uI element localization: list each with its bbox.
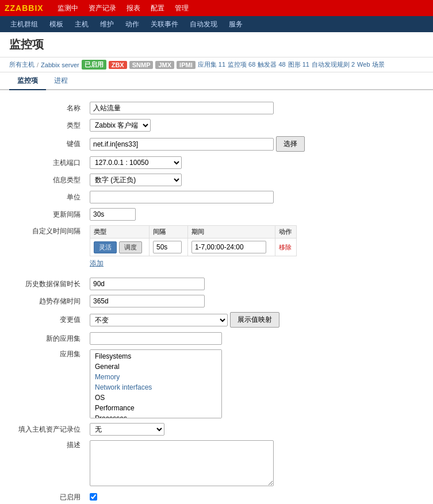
key-row: 选择 [90, 136, 418, 152]
info-type-select[interactable]: 数字 (无正负) [90, 174, 182, 186]
row-new-app: 新的应用集 [12, 330, 421, 347]
row-history: 历史数据保留时长 [12, 275, 421, 293]
tab-bar: 监控项 进程 [0, 72, 433, 90]
nav-admin[interactable]: 管理 [170, 2, 193, 14]
row-info-type: 信息类型 数字 (无正负) [12, 171, 421, 188]
nav-auto-discover[interactable]: 自动发现 [184, 17, 223, 32]
row-enabled: 已启用 [12, 490, 421, 504]
breadcrumb-server[interactable]: Zabbix server [41, 61, 79, 68]
tab-monitor-item[interactable]: 监控项 [9, 72, 46, 90]
custom-interval-value-cell: 类型 间隔 期间 动作 灵活 调度 [86, 223, 421, 271]
unit-input[interactable] [90, 191, 274, 203]
col-period: 期间 [187, 226, 275, 238]
btn-scheduled[interactable]: 调度 [119, 241, 142, 253]
key-input[interactable] [90, 138, 274, 151]
history-input[interactable] [90, 278, 205, 290]
custom-interval-label: 自定义时间间隔 [12, 223, 86, 271]
top-nav: ZZABBIX 监测中 资产记录 报表 配置 管理 [0, 0, 433, 16]
nav-template[interactable]: 模板 [44, 17, 69, 32]
status-badge-enabled: 已启用 [82, 60, 106, 70]
breadcrumb-all-hosts[interactable]: 所有主机 [9, 60, 35, 69]
breadcrumb-web-scene[interactable]: Web 场景 [357, 60, 384, 69]
update-interval-input[interactable] [90, 208, 136, 221]
nav-config[interactable]: 配置 [146, 2, 169, 14]
row-type: 类型 Zabbix 客户端 [12, 117, 421, 134]
breadcrumb-monitor[interactable]: 监控项 68 [228, 60, 255, 69]
desc-value-cell [86, 438, 421, 490]
update-interval-value-cell [86, 206, 421, 223]
nav-service[interactable]: 服务 [223, 17, 248, 32]
name-input[interactable] [90, 102, 274, 114]
row-custom-interval: 自定义时间间隔 类型 间隔 期间 动作 [12, 223, 421, 271]
breadcrumb-auto-discover[interactable]: 自动发现规则 2 [312, 60, 355, 69]
name-value-cell [86, 99, 421, 117]
btn-flexible[interactable]: 灵活 [94, 241, 117, 253]
row-change: 变更值 不变 展示值映射 [12, 310, 421, 330]
add-interval-row: 添加 [90, 259, 297, 268]
interval-header-row: 类型 间隔 期间 动作 [90, 226, 297, 238]
app-label: 应用集 [12, 347, 86, 421]
desc-label: 描述 [12, 438, 86, 490]
enabled-label: 已启用 [12, 490, 86, 504]
breadcrumb-trigger[interactable]: 触发器 48 [258, 60, 285, 69]
enabled-value-cell [86, 490, 421, 504]
trend-input[interactable] [90, 295, 205, 307]
host-asset-value-cell: 无 [86, 421, 421, 438]
nav-maintenance[interactable]: 维护 [94, 17, 120, 32]
row-app: 应用集 FilesystemsGeneralMemoryNetwork inte… [12, 347, 421, 421]
breadcrumb: 所有主机 / Zabbix server 已启用 ZBX SNMP JMX IP… [0, 57, 433, 72]
row-host-asset: 填入主机资产记录位 无 [12, 421, 421, 438]
interval-period-input[interactable] [191, 241, 266, 253]
trend-label: 趋势存储时间 [12, 293, 86, 310]
badge-jmx: JMX [155, 61, 174, 69]
host-port-label: 主机端口 [12, 154, 86, 171]
nav-asset[interactable]: 资产记录 [84, 2, 121, 14]
app-listbox[interactable]: FilesystemsGeneralMemoryNetwork interfac… [90, 349, 222, 418]
update-interval-label: 更新间隔 [12, 206, 86, 223]
nav-host[interactable]: 主机 [69, 17, 94, 32]
interval-value-cell [150, 238, 188, 256]
page-title: 监控项 [0, 32, 433, 57]
col-type: 类型 [90, 226, 150, 238]
row-trend: 趋势存储时间 [12, 293, 421, 310]
row-name: 名称 [12, 99, 421, 117]
delete-interval-link[interactable]: 移除 [279, 244, 292, 251]
interval-row: 灵活 调度 [90, 238, 297, 256]
badge-snmp: SNMP [129, 61, 154, 69]
row-host-port: 主机端口 127.0.0.1 : 10050 [12, 154, 421, 171]
nav-host-group[interactable]: 主机群组 [5, 17, 44, 32]
change-select[interactable]: 不变 [90, 314, 228, 326]
badge-ipmi: IPMI [177, 61, 196, 69]
type-label: 类型 [12, 117, 86, 134]
row-unit: 单位 [12, 188, 421, 206]
top-nav-links: 监测中 资产记录 报表 配置 管理 [53, 2, 193, 14]
host-port-select[interactable]: 127.0.0.1 : 10050 [90, 156, 182, 169]
unit-label: 单位 [12, 188, 86, 206]
interval-table: 类型 间隔 期间 动作 灵活 调度 [90, 225, 297, 256]
select-key-button[interactable]: 选择 [276, 136, 305, 152]
enabled-checkbox[interactable] [90, 493, 97, 501]
interval-container: 类型 间隔 期间 动作 灵活 调度 [90, 225, 297, 268]
nav-monitor[interactable]: 监测中 [53, 2, 83, 14]
add-interval-link[interactable]: 添加 [90, 259, 104, 267]
tab-process[interactable]: 进程 [46, 72, 76, 90]
desc-textarea[interactable] [90, 440, 274, 486]
nav-report[interactable]: 报表 [122, 2, 145, 14]
new-app-label: 新的应用集 [12, 330, 86, 347]
logo: ZZABBIX [5, 3, 44, 13]
unit-value-cell [86, 188, 421, 206]
col-interval: 间隔 [150, 226, 188, 238]
trend-value-cell [86, 293, 421, 310]
host-asset-select[interactable]: 无 [90, 423, 164, 436]
nav-action[interactable]: 动作 [120, 17, 145, 32]
interval-value-input[interactable] [153, 241, 182, 253]
breadcrumb-chart[interactable]: 图形 11 [288, 60, 309, 69]
new-app-input[interactable] [90, 332, 222, 345]
type-select[interactable]: Zabbix 客户端 [90, 119, 151, 132]
nav-event[interactable]: 关联事件 [145, 17, 184, 32]
breadcrumb-sep1: / [37, 61, 39, 68]
change-row: 不变 展示值映射 [90, 312, 418, 328]
interval-action-cell: 移除 [275, 238, 296, 256]
show-value-map-button[interactable]: 展示值映射 [230, 312, 279, 328]
breadcrumb-app-set[interactable]: 应用集 11 [198, 60, 225, 69]
